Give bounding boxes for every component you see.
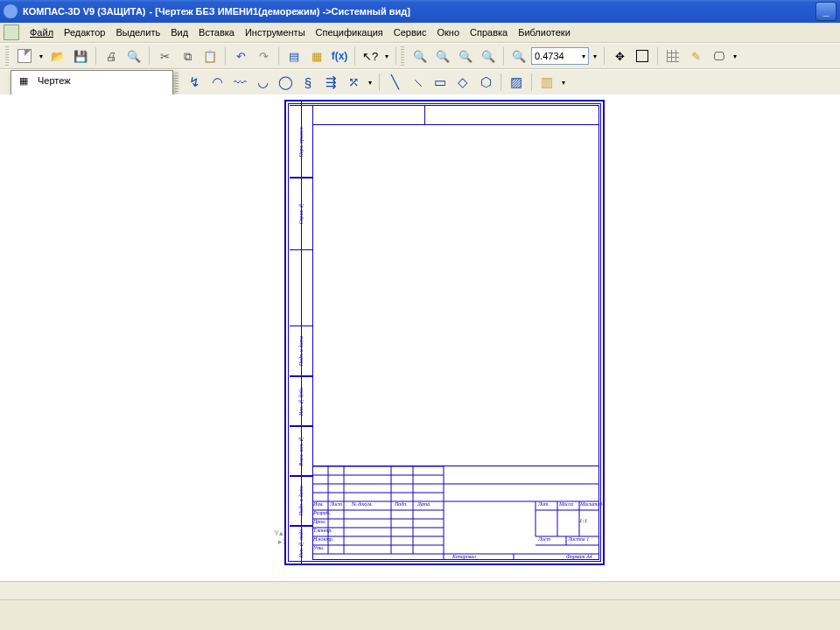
poly-1[interactable]: ◇ <box>452 72 473 93</box>
line-2[interactable]: ⟍ <box>407 72 428 93</box>
zoom-value: 0.4734 <box>535 51 564 61</box>
grid-button[interactable] <box>662 46 683 66</box>
app-icon <box>4 4 18 18</box>
menu-tools[interactable]: Инструменты <box>240 25 311 39</box>
menu-editor[interactable]: Редактор <box>59 25 110 39</box>
zoom-out-button[interactable]: 🔍 <box>478 46 499 66</box>
toolbar-main: ▾ 📂 💾 🖨 🔍 ✂ ⧉ 📋 ↶ ↷ ▤ ▦ f(x) ↖? ▾ 🔍 🔍 🔍 … <box>0 43 840 69</box>
circle-1[interactable]: ◯ <box>275 72 296 93</box>
cut-button[interactable]: ✂ <box>154 46 175 66</box>
menu-service[interactable]: Сервис <box>388 25 432 39</box>
menu-spec[interactable]: Спецификация <box>311 25 388 39</box>
grip-icon-3[interactable] <box>175 73 178 92</box>
zoom-prev-button[interactable]: 🔍 <box>455 46 476 66</box>
zoom-in-button[interactable]: 🔍 <box>432 46 453 66</box>
new-button[interactable] <box>14 46 35 66</box>
menubar: Файл Редактор Выделить Вид Вставка Инстр… <box>0 23 840 43</box>
menu-select[interactable]: Выделить <box>110 25 165 39</box>
zoom-dropdown[interactable]: ▾ <box>591 46 599 66</box>
menu-help[interactable]: Справка <box>465 25 513 39</box>
hatch-1[interactable]: ▨ <box>506 72 527 93</box>
curve-1[interactable]: 〰 <box>229 72 250 93</box>
new-document-dropdown: ▦Чертеж ◫Фрагмент ≣Текстовый документ ▤С… <box>10 70 173 95</box>
undo-button[interactable]: ↶ <box>230 46 251 66</box>
redo-button[interactable]: ↷ <box>253 46 274 66</box>
render-dropdown[interactable]: ▾ <box>731 46 739 66</box>
preview-button[interactable]: 🔍 <box>123 46 144 66</box>
zoom-window-button[interactable]: 🔍 <box>410 46 430 66</box>
open-button[interactable]: 📂 <box>47 46 68 66</box>
geom-dropdown[interactable]: ▾ <box>366 72 374 93</box>
pan-button[interactable]: ✥ <box>609 46 630 66</box>
arc-1[interactable]: ◠ <box>206 72 228 93</box>
grip-icon[interactable] <box>5 46 9 66</box>
doc-title: - [Чертеж БЕЗ ИМЕНИ1(деморежим) ->Систем… <box>150 6 410 17</box>
titlebar: КОМПАС-3D V9 (ЗАЩИТА) - [Чертеж БЕЗ ИМЕН… <box>0 0 840 23</box>
move-1[interactable]: ⇶ <box>320 72 341 93</box>
grip-icon-2[interactable] <box>401 46 404 66</box>
vars-button[interactable]: ▦ <box>306 46 327 66</box>
copy-button[interactable]: ⧉ <box>177 46 198 66</box>
rect-1[interactable]: ▭ <box>430 72 451 93</box>
edit-button[interactable]: ✎ <box>685 46 706 66</box>
paste-button[interactable]: 📋 <box>200 46 220 66</box>
manager-button[interactable]: ▤ <box>284 46 304 66</box>
spline-1[interactable]: § <box>298 72 318 93</box>
menu-libs[interactable]: Библиотеки <box>513 25 576 39</box>
minimize-button[interactable]: _ <box>816 2 836 21</box>
line-1[interactable]: ╲ <box>384 72 405 93</box>
point-mode-1[interactable]: ↯ <box>184 72 205 93</box>
fit-button[interactable] <box>632 46 653 66</box>
zoom-scale-button[interactable]: 🔍 <box>508 46 529 66</box>
menu-window[interactable]: Окно <box>431 25 465 39</box>
cursor-dropdown[interactable]: ▾ <box>382 46 391 66</box>
new-dropdown-button[interactable]: ▾ <box>37 46 46 66</box>
contour-1[interactable]: ⬡ <box>475 72 496 93</box>
layers-dropdown[interactable]: ▾ <box>559 72 568 93</box>
cursor-button[interactable]: ↖? <box>360 46 381 66</box>
menu-insert[interactable]: Вставка <box>193 25 240 39</box>
newdoc-drawing[interactable]: ▦Чертеж <box>11 71 172 90</box>
print-button[interactable]: 🖨 <box>101 46 122 66</box>
zoom-field[interactable]: 0.4734▾ <box>531 47 589 65</box>
menu-view[interactable]: Вид <box>165 25 193 39</box>
fx-button[interactable]: f(x) <box>329 46 350 66</box>
mdi-icon[interactable] <box>4 24 19 40</box>
render-button[interactable]: 🖵 <box>708 46 729 66</box>
arc-2[interactable]: ◡ <box>252 72 273 93</box>
snap-1[interactable]: ⤱ <box>343 72 364 93</box>
menu-file[interactable]: Файл <box>24 25 59 39</box>
app-title: КОМПАС-3D V9 (ЗАЩИТА) <box>23 6 146 17</box>
save-button[interactable]: 💾 <box>70 46 91 66</box>
layers-button[interactable]: ▥ <box>536 72 557 93</box>
drawing-icon: ▦ <box>17 74 31 88</box>
canvas[interactable]: Y▴ ▸X Перв. примен. Справ. № Подп. и дат… <box>0 94 840 95</box>
